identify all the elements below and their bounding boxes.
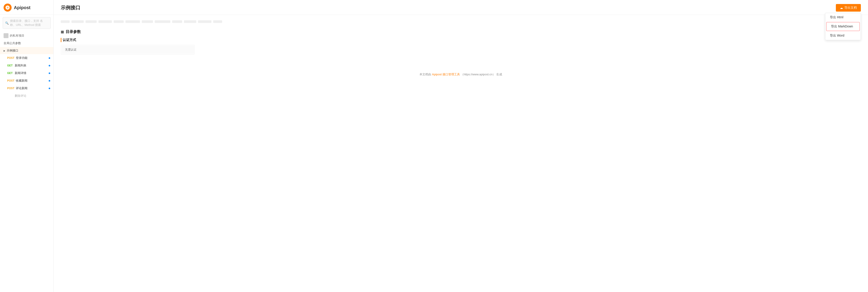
breadcrumb-block-4 <box>98 20 112 23</box>
project-avatar <box>4 33 8 38</box>
nav-item-news-list[interactable]: GET 新闻列表 <box>0 62 53 69</box>
app-title: Apipost <box>14 5 30 10</box>
method-badge-post-2: POST <box>7 79 14 82</box>
section-title-label: 目录参数 <box>66 29 81 34</box>
nav-item-news-detail[interactable]: GET 新闻详情 <box>0 69 53 77</box>
subsection-title: 认证方式 <box>61 38 861 42</box>
breadcrumb-block-2 <box>71 20 84 23</box>
nav-item-comment-news-label: 评论新闻 <box>16 86 27 90</box>
breadcrumb-block-3 <box>86 20 97 23</box>
nav-item-login-label: 登录功能 <box>16 56 27 60</box>
logo-svg <box>5 5 10 10</box>
nav-group-label: 示例接口 <box>7 48 18 52</box>
footer-text-after: 生成 <box>496 73 502 76</box>
breadcrumb-block-1 <box>61 20 70 23</box>
main-header: 示例接口 ☁ 导出文档 <box>54 0 868 15</box>
footer-text-before: 本文档由 <box>420 73 432 76</box>
section-title: ▦ 目录参数 <box>61 29 861 34</box>
breadcrumb-block-5 <box>114 20 124 23</box>
breadcrumb-block-12 <box>213 20 222 23</box>
sidebar: Apipost 🔍 搜索目录、接口，支持 名称、URL、Method 搜索 的私… <box>0 0 54 292</box>
nav-dot-news-detail <box>49 72 50 74</box>
nav-item-delete-comment[interactable]: 删除评论 <box>0 92 53 100</box>
nav-item-news-detail-label: 新闻详情 <box>15 71 26 75</box>
dropdown-item-word[interactable]: 导出 Word <box>825 31 861 40</box>
dropdown-menu: 导出 Html 导出 MarkDown 导出 Word <box>825 13 861 40</box>
dropdown-markdown-label: 导出 MarkDown <box>831 25 853 28</box>
breadcrumb-area <box>61 20 861 23</box>
upload-icon: ☁ <box>840 6 843 9</box>
nav-section: ▶ 示例接口 POST 登录功能 GET 新闻列表 GET 新闻详情 POST … <box>0 47 53 100</box>
nav-item-news-list-label: 新闻列表 <box>15 64 26 68</box>
footer: 本文档由 Apipost 接口管理工具 （https://www.apipost… <box>61 68 861 82</box>
method-badge-post: POST <box>7 57 14 60</box>
page-title: 示例接口 <box>61 4 81 11</box>
breadcrumb-block-8 <box>155 20 170 23</box>
nav-item-collect-news[interactable]: POST 收藏新闻 <box>0 77 53 84</box>
export-button-label: 导出文档 <box>844 6 857 10</box>
dropdown-item-html[interactable]: 导出 Html <box>825 13 861 22</box>
breadcrumb-block-9 <box>172 20 182 23</box>
nav-item-comment-news[interactable]: POST 评论新闻 <box>0 84 53 92</box>
footer-text-middle: （https://www.apipost.cn） <box>461 73 495 76</box>
nav-item-delete-comment-label: 删除评论 <box>15 94 26 98</box>
section-icon: ▦ <box>61 30 64 34</box>
nav-dot-news-list <box>49 65 50 66</box>
footer-link-text: Apipost 接口管理工具 <box>432 73 460 76</box>
sidebar-header: Apipost <box>0 0 53 14</box>
export-button[interactable]: ☁ 导出文档 <box>836 4 861 11</box>
global-params-item[interactable]: 全局公共参数 <box>0 39 53 47</box>
search-placeholder-text: 搜索目录、接口，支持 名称、URL、Method 搜索 <box>10 19 48 27</box>
search-icon: 🔍 <box>5 22 9 25</box>
breadcrumb-block-6 <box>125 20 140 23</box>
nav-group-arrow-icon: ▶ <box>4 49 5 52</box>
global-params-label: 全局公共参数 <box>4 41 21 45</box>
breadcrumb-block-11 <box>198 20 211 23</box>
breadcrumb-block-10 <box>184 20 196 23</box>
nav-dot-login <box>49 57 50 59</box>
breadcrumb-block-7 <box>142 20 153 23</box>
nav-item-login[interactable]: POST 登录功能 <box>0 54 53 62</box>
nav-item-collect-news-label: 收藏新闻 <box>16 79 27 83</box>
project-title: 的私有项目 <box>0 31 53 39</box>
dropdown-word-label: 导出 Word <box>830 34 844 37</box>
method-badge-post-3: POST <box>7 87 14 90</box>
nav-dot-comment-news <box>49 87 50 89</box>
nav-dot-collect-news <box>49 80 50 82</box>
auth-table: 无需认证 <box>61 45 195 54</box>
main-body: ▦ 目录参数 认证方式 无需认证 本文档由 Apipost 接口管理工具 （ht… <box>54 15 868 292</box>
dropdown-item-markdown[interactable]: 导出 MarkDown <box>826 22 860 31</box>
footer-link[interactable]: Apipost 接口管理工具 <box>432 73 461 76</box>
main-content: 示例接口 ☁ 导出文档 ▦ 目录参数 认证方式 <box>54 0 868 292</box>
search-bar[interactable]: 🔍 搜索目录、接口，支持 名称、URL、Method 搜索 <box>3 17 51 29</box>
table-row: 无需认证 <box>61 45 194 54</box>
auth-value-cell: 无需认证 <box>61 45 194 54</box>
dropdown-html-label: 导出 Html <box>830 15 843 19</box>
nav-group-title[interactable]: ▶ 示例接口 <box>0 47 53 54</box>
app-logo-icon <box>4 4 11 11</box>
method-badge-get-2: GET <box>7 72 13 75</box>
project-label-text: 的私有项目 <box>10 34 24 38</box>
method-badge-get-1: GET <box>7 64 13 67</box>
